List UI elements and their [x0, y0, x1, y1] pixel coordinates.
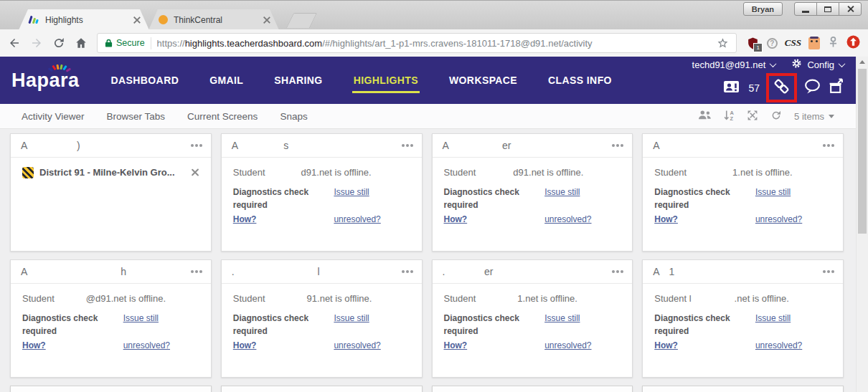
card-menu-icon[interactable]	[823, 270, 826, 273]
tab-close-icon[interactable]	[133, 16, 141, 24]
minimize-button[interactable]	[794, 2, 817, 16]
tab-thinkcentral[interactable]: ThinkCentral	[148, 9, 279, 30]
student-offline-line: Student l.net is offline.	[654, 293, 831, 304]
window-controls	[795, 2, 862, 16]
help-extension-icon[interactable]	[767, 38, 778, 49]
card-menu-icon[interactable]	[191, 270, 194, 273]
card-title-fragment-left: A	[21, 140, 27, 151]
student-card-body: Student@d91.net is offline. Diagnostics …	[22, 293, 199, 352]
issue-unresolved-link[interactable]: unresolved?	[123, 339, 199, 352]
forward-icon[interactable]	[30, 37, 43, 49]
issue-unresolved-link[interactable]: Issue still	[544, 312, 621, 338]
groups-icon[interactable]	[698, 110, 712, 123]
issue-unresolved-link[interactable]: Issue still	[544, 186, 621, 211]
card-stub	[10, 386, 212, 392]
issue-unresolved-link[interactable]: Issue still	[123, 312, 199, 338]
highlights-subnav: Activity Viewer Browser Tabs Current Scr…	[0, 104, 856, 129]
issue-unresolved-link[interactable]: Issue still	[755, 186, 831, 211]
css-extension-icon[interactable]: CSS	[785, 37, 801, 49]
address-bar[interactable]: Secure https://highlights.teacherdashboa…	[97, 33, 737, 53]
account-email[interactable]: techd91@d91.net	[692, 59, 766, 70]
issue-unresolved-link[interactable]: unresolved?	[334, 213, 410, 226]
card-menu-icon[interactable]	[191, 144, 194, 147]
student-offline-line: Student@d91.net is offline.	[22, 293, 199, 304]
card-menu-icon[interactable]	[612, 144, 615, 147]
card-header: A 1	[643, 260, 843, 284]
how-link[interactable]: How?	[233, 213, 334, 226]
how-link[interactable]: How?	[22, 339, 123, 352]
tab-highlights[interactable]: Highlights	[19, 9, 149, 30]
menu-sharing[interactable]: SHARING	[274, 75, 322, 86]
red-arrow-extension-icon[interactable]	[846, 35, 860, 52]
subnav-activity-viewer[interactable]: Activity Viewer	[22, 111, 85, 122]
student-suffix: d91.net is offline.	[301, 167, 372, 178]
page-scrollbar[interactable]	[856, 57, 868, 392]
subnav-current-screens[interactable]: Current Screens	[187, 111, 258, 122]
refresh-icon[interactable]	[770, 110, 782, 123]
diagnostics-label: Diagnostics check required	[654, 312, 755, 338]
bookmark-star-icon[interactable]	[717, 37, 729, 49]
hapara-logo[interactable]: Hapara	[11, 70, 80, 92]
student-card: . l Student91.net is offline. Diagnostic…	[221, 259, 423, 378]
how-link[interactable]: How?	[654, 213, 755, 226]
issue-unresolved-link[interactable]: Issue still	[334, 186, 410, 211]
ankh-extension-icon[interactable]	[827, 36, 839, 51]
tab-close-icon[interactable]	[263, 16, 270, 24]
diagnostics-label: Diagnostics check required	[233, 186, 334, 211]
secure-badge[interactable]: Secure	[105, 38, 145, 48]
menu-workspace[interactable]: WORKSPACE	[449, 75, 517, 86]
card-menu-icon[interactable]	[402, 144, 405, 147]
back-icon[interactable]	[8, 37, 21, 49]
maximize-icon	[824, 6, 831, 12]
home-icon[interactable]	[75, 37, 88, 49]
menu-dashboard[interactable]: DASHBOARD	[111, 75, 179, 86]
links-icon[interactable]	[773, 77, 791, 98]
student-prefix: Student	[654, 167, 687, 178]
issue-unresolved-link[interactable]: Issue still	[334, 312, 410, 338]
close-button[interactable]	[839, 2, 862, 16]
scrollbar-up-button[interactable]	[857, 57, 868, 67]
student-alerts-icon[interactable]	[723, 80, 742, 97]
ublock-extension-icon[interactable]: 1	[746, 37, 760, 50]
how-link[interactable]: How?	[233, 339, 334, 352]
card-menu-icon[interactable]	[402, 270, 405, 273]
menu-class-info[interactable]: CLASS INFO	[548, 75, 612, 86]
student-card: . er Student1.net is offline. Diagnostic…	[432, 259, 633, 378]
expand-icon[interactable]	[747, 110, 758, 123]
browser-profile-button[interactable]: Bryan	[743, 2, 783, 16]
chevron-down-icon[interactable]	[770, 60, 777, 67]
smart-share-icon[interactable]	[828, 78, 844, 97]
issue-unresolved-link[interactable]: unresolved?	[544, 213, 621, 226]
issue-unresolved-link[interactable]: Issue still	[755, 312, 831, 338]
how-link[interactable]: How?	[654, 339, 755, 352]
new-tab-button[interactable]	[286, 13, 317, 28]
card-menu-icon[interactable]	[612, 270, 615, 273]
issue-unresolved-link[interactable]: unresolved?	[755, 339, 831, 352]
menu-gmail[interactable]: GMAIL	[209, 75, 243, 86]
menu-highlights[interactable]: HIGHLIGHTS	[354, 75, 418, 86]
cards-grid: A ) District 91 - Milne-Kelvin Gro... A …	[10, 133, 844, 392]
subnav-snaps[interactable]: Snaps	[280, 111, 307, 122]
how-link[interactable]: How?	[444, 213, 545, 226]
subnav-browser-tabs[interactable]: Browser Tabs	[107, 111, 166, 122]
brand-name: Hapara	[11, 70, 80, 91]
how-link[interactable]: How?	[444, 339, 545, 352]
maximize-button[interactable]	[816, 2, 839, 16]
chat-icon[interactable]	[803, 78, 821, 97]
chevron-down-icon[interactable]	[839, 60, 846, 67]
url-text[interactable]: https://highlights.teacherdashboard.com/…	[157, 38, 711, 49]
student-offline-line: Student1.net is offline.	[654, 167, 831, 178]
issue-unresolved-link[interactable]: unresolved?	[544, 339, 621, 352]
issue-unresolved-link[interactable]: unresolved?	[755, 213, 831, 226]
config-label[interactable]: Config	[807, 59, 834, 70]
url-domain: highlights.teacherdashboard.com	[185, 38, 323, 49]
items-count-dropdown[interactable]: 5 items	[794, 111, 834, 122]
issue-unresolved-link[interactable]: unresolved?	[334, 339, 410, 352]
reload-icon[interactable]	[52, 37, 65, 49]
remove-group-icon[interactable]	[192, 168, 199, 176]
scrollbar-thumb[interactable]	[858, 69, 867, 234]
group-card-body: District 91 - Milne-Kelvin Gro...	[22, 167, 199, 178]
card-menu-icon[interactable]	[823, 144, 826, 147]
character-extension-icon[interactable]	[808, 37, 820, 49]
sort-az-icon[interactable]: AZ	[724, 110, 735, 123]
